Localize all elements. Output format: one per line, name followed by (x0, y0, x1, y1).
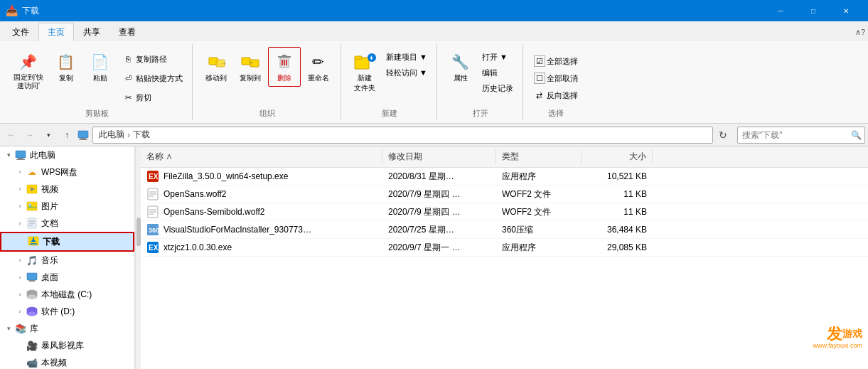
table-row[interactable]: OpenSans-Semibold.woff2 2020/7/9 星期四 … W… (141, 203, 868, 221)
easy-access-button[interactable]: 轻松访问 ▼ (382, 65, 431, 80)
table-row[interactable]: EX FileZilla_3.50.0_win64-setup.exe 2020… (141, 168, 868, 186)
sidebar-scrollbar[interactable] (135, 146, 141, 369)
select-none-button[interactable]: ☐ 全部取消 (530, 70, 582, 86)
svg-rect-2 (216, 60, 225, 67)
delete-button[interactable]: 删除 (268, 47, 301, 87)
table-row[interactable]: OpenSans.woff2 2020/7/9 星期四 … WOFF2 文件 1… (141, 186, 868, 203)
tab-view[interactable]: 查看 (109, 23, 145, 41)
copy-to-icon: → (239, 50, 262, 73)
paste-shortcut-label: 粘贴快捷方式 (136, 73, 183, 84)
forward-button[interactable]: → (21, 127, 38, 144)
ribbon-collapse-button[interactable]: ∧ (855, 28, 861, 37)
sidebar-item-libraries[interactable]: ▾ 📚 库 (0, 320, 134, 337)
copy-button[interactable]: 📋 复制 (50, 47, 82, 87)
copy-to-label: 复制到 (240, 73, 261, 83)
sidebar-item-pictures[interactable]: › 图片 (0, 198, 134, 215)
open-button[interactable]: 打开 ▼ (478, 50, 517, 65)
expand-music[interactable]: › (14, 255, 26, 266)
sidebar-item-documents[interactable]: › 文档 (0, 215, 134, 232)
sidebar-item-music[interactable]: › 🎵 音乐 (0, 252, 134, 269)
col-header-date[interactable]: 修改日期 (382, 149, 496, 164)
local-video-icon: 📹 (26, 356, 38, 369)
file-name-2: OpenSans.woff2 (141, 188, 382, 200)
storm-library-icon: 🎥 (26, 339, 38, 352)
expand-pictures[interactable]: › (14, 200, 26, 212)
cut-button[interactable]: ✂ 剪切 (118, 88, 186, 107)
expand-drive-d[interactable]: › (14, 306, 26, 317)
expand-drive-c[interactable]: › (14, 289, 26, 300)
table-row[interactable]: EX xtzjcz1.0.0.30.exe 2020/9/7 星期一 … 应用程… (141, 239, 868, 257)
svg-rect-13 (355, 56, 362, 59)
new-item-button[interactable]: 新建项目 ▼ (382, 50, 431, 65)
up-button[interactable]: ↑ (58, 127, 75, 144)
move-to-icon: → (205, 50, 227, 73)
pin-to-quickaccess-button[interactable]: 📌 固定到'快速访问' (9, 47, 48, 94)
expand-desktop[interactable]: › (14, 272, 26, 283)
new-folder-icon: + (353, 50, 376, 73)
copy-path-button[interactable]: ⎘ 复制路径 (118, 50, 186, 68)
expand-libraries[interactable]: ▾ (3, 323, 14, 334)
expand-documents[interactable]: › (14, 218, 26, 229)
address-path[interactable]: 此电脑 › 下载 (92, 127, 713, 144)
close-button[interactable]: ✕ (830, 0, 862, 21)
copy-to-button[interactable]: → 复制到 (234, 47, 267, 87)
recent-button[interactable]: ▾ (40, 127, 57, 144)
file-list: 名称 ∧ 修改日期 类型 大小 EX FileZilla_3.50.0_win6… (141, 146, 868, 369)
sidebar-item-drive-d[interactable]: › 软件 (D:) (0, 303, 134, 320)
libraries-label: 库 (30, 323, 38, 335)
sidebar-scrollbar-thumb[interactable] (136, 218, 141, 246)
col-header-type[interactable]: 类型 (496, 149, 582, 164)
sidebar-item-wps[interactable]: › ☁ WPS网盘 (0, 164, 134, 181)
maximize-button[interactable]: □ (797, 0, 830, 21)
file-name-3: OpenSans-Semibold.woff2 (141, 205, 382, 218)
table-row[interactable]: 360 VisualStudioForMacInstaller_930773… … (141, 221, 868, 239)
paste-shortcut-button[interactable]: ⏎ 粘贴快捷方式 (118, 69, 186, 87)
sidebar-item-videos[interactable]: › 视频 (0, 181, 134, 198)
search-input[interactable] (738, 130, 847, 140)
col-header-size[interactable]: 大小 (582, 149, 653, 164)
documents-label: 文档 (41, 218, 58, 230)
properties-button[interactable]: 🔧 属性 (444, 47, 477, 87)
paste-button[interactable]: 📄 粘贴 (84, 47, 117, 87)
file-list-header: 名称 ∧ 修改日期 类型 大小 (141, 146, 868, 168)
tab-file[interactable]: 文件 (3, 23, 38, 41)
local-video-label: 本视频 (41, 357, 67, 369)
history-button[interactable]: 历史记录 (478, 81, 517, 96)
watermark-fa: 发 (827, 326, 842, 342)
expand-wps[interactable]: › (14, 166, 26, 178)
move-to-button[interactable]: → 移动到 (200, 47, 232, 87)
rename-button[interactable]: ✏ 重命名 (302, 47, 335, 87)
search-box: 🔍 (737, 127, 865, 144)
file-icon-opensans (146, 188, 159, 200)
svg-text:EX: EX (149, 173, 159, 181)
sidebar-item-downloads[interactable]: › 下载 (0, 232, 134, 252)
tab-home[interactable]: 主页 (38, 23, 74, 41)
select-all-button[interactable]: ☑ 全部选择 (530, 53, 582, 69)
back-button[interactable]: ← (3, 127, 20, 144)
expand-videos[interactable]: › (14, 183, 26, 195)
tab-share[interactable]: 共享 (74, 23, 109, 41)
file-icon-vsinstaller: 360 (146, 223, 159, 236)
sidebar-item-desktop[interactable]: › 桌面 (0, 269, 134, 286)
minimize-button[interactable]: ─ (764, 0, 797, 21)
ribbon-help-button[interactable]: ? (861, 28, 865, 36)
sidebar-item-local-video[interactable]: › 📹 本视频 (0, 354, 134, 369)
filename-2: OpenSans.woff2 (164, 189, 227, 199)
sidebar-item-this-pc[interactable]: ▾ 此电脑 (0, 146, 134, 164)
col-header-name[interactable]: 名称 ∧ (141, 149, 382, 164)
delete-label: 删除 (277, 73, 291, 83)
sidebar-item-drive-c[interactable]: › 本地磁盘 (C:) (0, 286, 134, 303)
file-date-3: 2020/7/9 星期四 … (382, 206, 496, 218)
pictures-icon (26, 200, 38, 213)
new-folder-button[interactable]: + 新建文件夹 (348, 47, 381, 97)
expand-this-pc[interactable]: ▾ (3, 149, 14, 161)
edit-button[interactable]: 编辑 (478, 65, 517, 80)
file-date-4: 2020/7/25 星期… (382, 224, 496, 236)
file-name-4: 360 VisualStudioForMacInstaller_930773… (141, 223, 382, 236)
svg-rect-36 (29, 280, 35, 282)
search-icon[interactable]: 🔍 (847, 127, 864, 144)
sidebar-item-storm-library[interactable]: › 🎥 暴风影视库 (0, 337, 134, 354)
refresh-button[interactable]: ↻ (714, 127, 732, 144)
paste-shortcut-icon: ⏎ (122, 71, 136, 85)
invert-selection-button[interactable]: ⇄ 反向选择 (530, 87, 582, 103)
